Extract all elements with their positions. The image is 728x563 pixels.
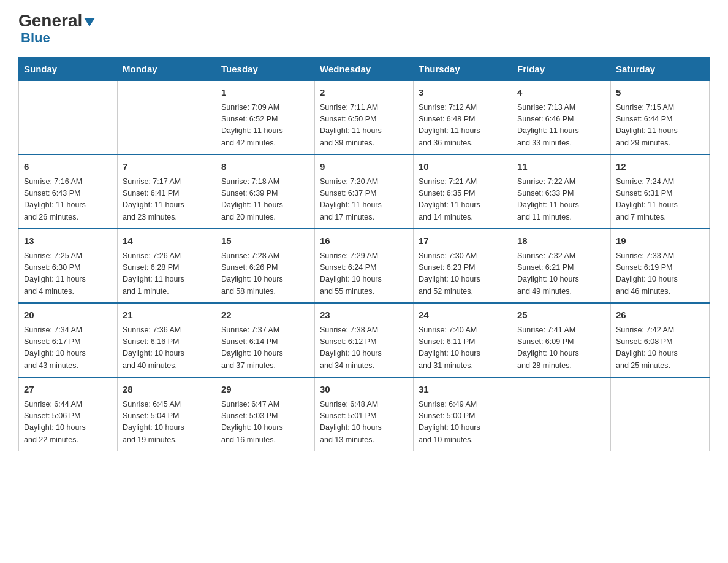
day-number: 3	[419, 86, 507, 100]
day-number: 23	[320, 308, 408, 323]
calendar-week-row: 27Sunrise: 6:44 AM Sunset: 5:06 PM Dayli…	[19, 377, 710, 451]
calendar-day-cell: 27Sunrise: 6:44 AM Sunset: 5:06 PM Dayli…	[19, 377, 118, 451]
day-number: 2	[320, 86, 408, 100]
calendar-weekday-header: Sunday	[19, 58, 118, 81]
calendar-day-cell: 20Sunrise: 7:34 AM Sunset: 6:17 PM Dayli…	[19, 303, 118, 377]
calendar-day-cell: 5Sunrise: 7:15 AM Sunset: 6:44 PM Daylig…	[611, 81, 710, 155]
day-number: 16	[320, 234, 408, 248]
day-info: Sunrise: 7:09 AM Sunset: 6:52 PM Dayligh…	[221, 102, 309, 150]
calendar-header-row: SundayMondayTuesdayWednesdayThursdayFrid…	[19, 58, 710, 81]
calendar-day-cell: 19Sunrise: 7:33 AM Sunset: 6:19 PM Dayli…	[611, 229, 710, 303]
day-info: Sunrise: 7:26 AM Sunset: 6:28 PM Dayligh…	[123, 250, 211, 298]
day-number: 6	[24, 160, 112, 174]
day-info: Sunrise: 7:42 AM Sunset: 6:08 PM Dayligh…	[616, 324, 704, 372]
calendar-day-cell: 11Sunrise: 7:22 AM Sunset: 6:33 PM Dayli…	[512, 155, 611, 229]
day-number: 12	[616, 160, 704, 174]
day-info: Sunrise: 7:22 AM Sunset: 6:33 PM Dayligh…	[517, 176, 605, 224]
calendar-week-row: 6Sunrise: 7:16 AM Sunset: 6:43 PM Daylig…	[19, 155, 710, 229]
day-number: 13	[24, 234, 112, 248]
day-number: 10	[419, 160, 507, 174]
day-number: 18	[517, 234, 605, 248]
calendar-day-cell: 31Sunrise: 6:49 AM Sunset: 5:00 PM Dayli…	[414, 377, 512, 451]
calendar-day-cell: 18Sunrise: 7:32 AM Sunset: 6:21 PM Dayli…	[512, 229, 611, 303]
logo-general-text: General	[18, 12, 82, 29]
calendar-day-cell: 2Sunrise: 7:11 AM Sunset: 6:50 PM Daylig…	[315, 81, 414, 155]
day-number: 31	[419, 383, 507, 397]
day-info: Sunrise: 7:18 AM Sunset: 6:39 PM Dayligh…	[221, 176, 309, 224]
day-info: Sunrise: 7:12 AM Sunset: 6:48 PM Dayligh…	[419, 102, 507, 150]
calendar-day-cell: 29Sunrise: 6:47 AM Sunset: 5:03 PM Dayli…	[216, 377, 315, 451]
day-info: Sunrise: 7:41 AM Sunset: 6:09 PM Dayligh…	[517, 324, 605, 372]
day-number: 7	[123, 160, 211, 174]
day-info: Sunrise: 7:29 AM Sunset: 6:24 PM Dayligh…	[320, 250, 408, 298]
calendar-day-cell: 25Sunrise: 7:41 AM Sunset: 6:09 PM Dayli…	[512, 303, 611, 377]
day-info: Sunrise: 7:16 AM Sunset: 6:43 PM Dayligh…	[24, 176, 112, 224]
calendar-day-cell: 26Sunrise: 7:42 AM Sunset: 6:08 PM Dayli…	[611, 303, 710, 377]
day-number: 29	[221, 383, 309, 397]
calendar-day-cell: 15Sunrise: 7:28 AM Sunset: 6:26 PM Dayli…	[216, 229, 315, 303]
calendar-weekday-header: Tuesday	[216, 58, 315, 81]
day-info: Sunrise: 7:24 AM Sunset: 6:31 PM Dayligh…	[616, 176, 704, 224]
day-info: Sunrise: 7:28 AM Sunset: 6:26 PM Dayligh…	[221, 250, 309, 298]
calendar-day-cell	[611, 377, 710, 451]
day-number: 25	[517, 308, 605, 323]
day-info: Sunrise: 6:45 AM Sunset: 5:04 PM Dayligh…	[123, 399, 211, 446]
calendar-day-cell: 3Sunrise: 7:12 AM Sunset: 6:48 PM Daylig…	[414, 81, 512, 155]
day-info: Sunrise: 6:44 AM Sunset: 5:06 PM Dayligh…	[24, 399, 112, 446]
day-number: 17	[419, 234, 507, 248]
day-number: 9	[320, 160, 408, 174]
day-number: 28	[123, 383, 211, 397]
calendar-day-cell	[512, 377, 611, 451]
day-number: 21	[123, 308, 211, 323]
day-info: Sunrise: 7:34 AM Sunset: 6:17 PM Dayligh…	[24, 324, 112, 372]
day-number: 30	[320, 383, 408, 397]
day-info: Sunrise: 7:11 AM Sunset: 6:50 PM Dayligh…	[320, 102, 408, 150]
day-number: 4	[517, 86, 605, 100]
day-info: Sunrise: 7:13 AM Sunset: 6:46 PM Dayligh…	[517, 102, 605, 150]
day-info: Sunrise: 7:17 AM Sunset: 6:41 PM Dayligh…	[123, 176, 211, 224]
logo: General Blue	[18, 12, 95, 46]
calendar-weekday-header: Saturday	[611, 58, 710, 81]
calendar-weekday-header: Friday	[512, 58, 611, 81]
calendar-day-cell: 9Sunrise: 7:20 AM Sunset: 6:37 PM Daylig…	[315, 155, 414, 229]
calendar-day-cell: 12Sunrise: 7:24 AM Sunset: 6:31 PM Dayli…	[611, 155, 710, 229]
calendar-day-cell: 30Sunrise: 6:48 AM Sunset: 5:01 PM Dayli…	[315, 377, 414, 451]
day-number: 27	[24, 383, 112, 397]
calendar-day-cell: 28Sunrise: 6:45 AM Sunset: 5:04 PM Dayli…	[118, 377, 216, 451]
calendar-table: SundayMondayTuesdayWednesdayThursdayFrid…	[18, 57, 710, 451]
day-info: Sunrise: 7:20 AM Sunset: 6:37 PM Dayligh…	[320, 176, 408, 224]
day-number: 26	[616, 308, 704, 323]
day-number: 19	[616, 234, 704, 248]
calendar-day-cell: 22Sunrise: 7:37 AM Sunset: 6:14 PM Dayli…	[216, 303, 315, 377]
day-info: Sunrise: 7:33 AM Sunset: 6:19 PM Dayligh…	[616, 250, 704, 298]
calendar-day-cell	[118, 81, 216, 155]
day-info: Sunrise: 7:25 AM Sunset: 6:30 PM Dayligh…	[24, 250, 112, 298]
calendar-day-cell: 4Sunrise: 7:13 AM Sunset: 6:46 PM Daylig…	[512, 81, 611, 155]
calendar-day-cell: 24Sunrise: 7:40 AM Sunset: 6:11 PM Dayli…	[414, 303, 512, 377]
calendar-day-cell: 1Sunrise: 7:09 AM Sunset: 6:52 PM Daylig…	[216, 81, 315, 155]
calendar-day-cell: 21Sunrise: 7:36 AM Sunset: 6:16 PM Dayli…	[118, 303, 216, 377]
calendar-day-cell: 7Sunrise: 7:17 AM Sunset: 6:41 PM Daylig…	[118, 155, 216, 229]
day-info: Sunrise: 7:21 AM Sunset: 6:35 PM Dayligh…	[419, 176, 507, 224]
day-info: Sunrise: 7:40 AM Sunset: 6:11 PM Dayligh…	[419, 324, 507, 372]
day-info: Sunrise: 6:48 AM Sunset: 5:01 PM Dayligh…	[320, 399, 408, 446]
day-info: Sunrise: 7:37 AM Sunset: 6:14 PM Dayligh…	[221, 324, 309, 372]
day-info: Sunrise: 6:47 AM Sunset: 5:03 PM Dayligh…	[221, 399, 309, 446]
day-info: Sunrise: 7:38 AM Sunset: 6:12 PM Dayligh…	[320, 324, 408, 372]
calendar-day-cell: 14Sunrise: 7:26 AM Sunset: 6:28 PM Dayli…	[118, 229, 216, 303]
calendar-weekday-header: Wednesday	[315, 58, 414, 81]
day-info: Sunrise: 7:30 AM Sunset: 6:23 PM Dayligh…	[419, 250, 507, 298]
logo-triangle-icon	[84, 18, 95, 26]
day-number: 22	[221, 308, 309, 323]
page-header: General Blue	[18, 12, 710, 46]
calendar-day-cell: 6Sunrise: 7:16 AM Sunset: 6:43 PM Daylig…	[19, 155, 118, 229]
day-number: 15	[221, 234, 309, 248]
day-number: 14	[123, 234, 211, 248]
calendar-weekday-header: Thursday	[414, 58, 512, 81]
day-number: 24	[419, 308, 507, 323]
day-number: 11	[517, 160, 605, 174]
calendar-week-row: 13Sunrise: 7:25 AM Sunset: 6:30 PM Dayli…	[19, 229, 710, 303]
day-info: Sunrise: 6:49 AM Sunset: 5:00 PM Dayligh…	[419, 399, 507, 446]
calendar-day-cell: 10Sunrise: 7:21 AM Sunset: 6:35 PM Dayli…	[414, 155, 512, 229]
day-info: Sunrise: 7:32 AM Sunset: 6:21 PM Dayligh…	[517, 250, 605, 298]
